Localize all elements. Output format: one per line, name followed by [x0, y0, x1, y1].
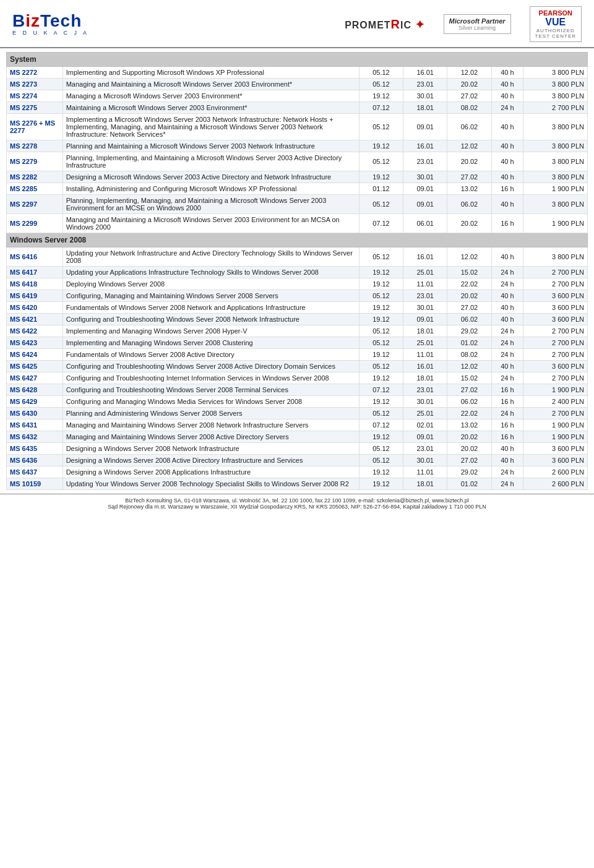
hours: 40 h — [491, 140, 523, 152]
date3: 27.02 — [447, 90, 491, 102]
pearson-auth: AUTHORIZED — [535, 28, 576, 33]
hours: 16 h — [491, 419, 523, 431]
course-desc: Implementing and Managing Windows Server… — [62, 325, 359, 337]
main-table-container: System MS 2272 Implementing and Supporti… — [0, 48, 594, 494]
table-row: MS 2278 Planning and Maintaining a Micro… — [7, 140, 588, 152]
date1: 05.12 — [359, 325, 403, 337]
date1: 07.12 — [359, 102, 403, 114]
date1: 05.12 — [359, 443, 403, 455]
table-row: MS 6437 Designing a Windows Server 2008 … — [7, 466, 588, 478]
date3: 13.02 — [447, 183, 491, 195]
course-code: MS 6416 — [7, 247, 63, 267]
date1: 05.12 — [359, 455, 403, 466]
price: 2 700 PLN — [523, 337, 588, 349]
date1: 19.12 — [359, 140, 403, 152]
date1: 01.12 — [359, 183, 403, 195]
course-desc: Implementing and Managing Windows Server… — [62, 337, 359, 349]
hours: 24 h — [491, 325, 523, 337]
date3: 22.02 — [447, 278, 491, 290]
table-row: MS 6416 Updating your Network Infrastruc… — [7, 247, 588, 267]
price: 2 700 PLN — [523, 278, 588, 290]
biztech-logo: BizTech — [12, 12, 89, 30]
course-desc: Designing a Windows Server 2008 Applicat… — [62, 466, 359, 478]
price: 1 900 PLN — [523, 214, 588, 233]
footer-line2: Sąd Rejonowy dla m.st. Warszawy w Warsza… — [6, 504, 588, 510]
course-desc: Installing, Administering and Configurin… — [62, 183, 359, 195]
course-code: MS 6432 — [7, 431, 63, 443]
hours: 40 h — [491, 455, 523, 466]
course-desc: Planning, Implementing, and Maintaining … — [62, 152, 359, 171]
course-code: MS 2274 — [7, 90, 63, 102]
date3: 20.02 — [447, 431, 491, 443]
date1: 07.12 — [359, 384, 403, 396]
biztech-logo-block: BizTech E D U K A C J A — [12, 12, 89, 36]
course-code: MS 6418 — [7, 278, 63, 290]
price: 3 600 PLN — [523, 455, 588, 466]
hours: 24 h — [491, 466, 523, 478]
table-row: MS 2275 Maintaining a Microsoft Windows … — [7, 102, 588, 114]
date1: 19.12 — [359, 90, 403, 102]
date2: 11.01 — [403, 466, 447, 478]
date2: 30.01 — [403, 171, 447, 183]
table-row: MS 6424 Fundamentals of Windows Server 2… — [7, 349, 588, 361]
date1: 05.12 — [359, 247, 403, 267]
course-desc: Implementing and Supporting Microsoft Wi… — [62, 67, 359, 79]
course-desc: Configuring and Troubleshooting Windows … — [62, 361, 359, 372]
table-row: MS 10159 Updating Your Windows Server 20… — [7, 478, 588, 490]
date3: 29.02 — [447, 325, 491, 337]
course-code: MS 6429 — [7, 396, 63, 408]
date2: 30.01 — [403, 396, 447, 408]
date1: 19.12 — [359, 314, 403, 325]
date3: 27.02 — [447, 384, 491, 396]
hours: 40 h — [491, 290, 523, 302]
date2: 16.01 — [403, 361, 447, 372]
date2: 23.01 — [403, 152, 447, 171]
hours: 24 h — [491, 267, 523, 278]
date3: 20.02 — [447, 443, 491, 455]
price: 2 700 PLN — [523, 267, 588, 278]
hours: 24 h — [491, 372, 523, 384]
hours: 40 h — [491, 195, 523, 214]
date1: 05.12 — [359, 114, 403, 140]
date3: 08.02 — [447, 349, 491, 361]
course-desc: Updating Your Windows Server 2008 Techno… — [62, 478, 359, 490]
date1: 07.12 — [359, 419, 403, 431]
course-desc: Deploying Windows Server 2008 — [62, 278, 359, 290]
date2: 11.01 — [403, 278, 447, 290]
date2: 02.01 — [403, 419, 447, 431]
hours: 40 h — [491, 314, 523, 325]
date1: 19.12 — [359, 278, 403, 290]
date2: 30.01 — [403, 302, 447, 314]
date2: 23.01 — [403, 290, 447, 302]
table-row: MS 6431 Managing and Maintaining Windows… — [7, 419, 588, 431]
date3: 12.02 — [447, 140, 491, 152]
page-footer: BizTech Konsulting SA, 01-018 Warszawa, … — [0, 494, 594, 513]
price: 2 600 PLN — [523, 466, 588, 478]
date2: 09.01 — [403, 114, 447, 140]
price: 3 800 PLN — [523, 114, 588, 140]
date3: 06.02 — [447, 314, 491, 325]
course-code: MS 2275 — [7, 102, 63, 114]
date3: 20.02 — [447, 290, 491, 302]
price: 3 800 PLN — [523, 247, 588, 267]
date3: 29.02 — [447, 466, 491, 478]
course-desc: Maintaining a Microsoft Windows Server 2… — [62, 102, 359, 114]
table-row: MS 6417 Updating your Applications Infra… — [7, 267, 588, 278]
ms-partner-level: Silver Learning — [449, 25, 506, 31]
hours: 24 h — [491, 337, 523, 349]
ms-brand-text: Microsoft Partner — [449, 17, 506, 25]
course-code: MS 2276 + MS 2277 — [7, 114, 63, 140]
date3: 20.02 — [447, 152, 491, 171]
date2: 25.01 — [403, 408, 447, 419]
table-row: MS 6435 Designing a Windows Server 2008 … — [7, 443, 588, 455]
biztech-subtext: E D U K A C J A — [12, 30, 89, 36]
ms-partner-logo: Microsoft Partner Silver Learning — [444, 14, 511, 34]
pearson-brand: PEARSON — [535, 9, 576, 17]
table-row: MS 2279 Planning, Implementing, and Main… — [7, 152, 588, 171]
date2: 16.01 — [403, 140, 447, 152]
course-code: MS 10159 — [7, 478, 63, 490]
date2: 25.01 — [403, 337, 447, 349]
price: 2 700 PLN — [523, 325, 588, 337]
course-code: MS 6437 — [7, 466, 63, 478]
table-row: MS 6430 Planning and Administering Windo… — [7, 408, 588, 419]
